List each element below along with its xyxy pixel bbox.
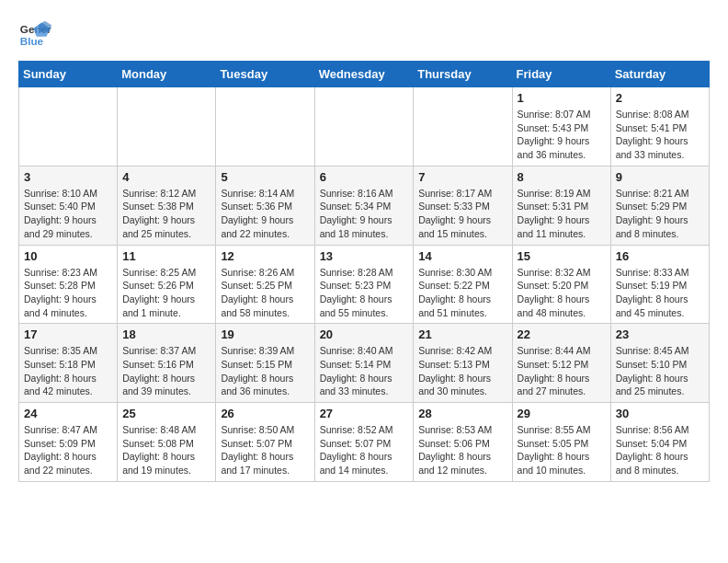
- calendar-cell: 25Sunrise: 8:48 AMSunset: 5:08 PMDayligh…: [118, 403, 216, 482]
- calendar-cell: 2Sunrise: 8:08 AMSunset: 5:41 PMDaylight…: [610, 87, 709, 167]
- calendar-cell: 30Sunrise: 8:56 AMSunset: 5:04 PMDayligh…: [610, 403, 709, 482]
- calendar-header-row: SundayMondayTuesdayWednesdayThursdayFrid…: [19, 62, 710, 87]
- day-number: 7: [418, 170, 506, 184]
- calendar-cell: 14Sunrise: 8:30 AMSunset: 5:22 PMDayligh…: [414, 245, 512, 324]
- calendar-cell: [118, 87, 216, 167]
- day-number: 4: [122, 170, 210, 184]
- day-info: Sunrise: 8:52 AMSunset: 5:07 PMDaylight:…: [320, 423, 409, 477]
- day-number: 3: [24, 170, 112, 184]
- day-number: 24: [24, 407, 112, 420]
- day-info: Sunrise: 8:47 AMSunset: 5:09 PMDaylight:…: [24, 423, 112, 477]
- day-info: Sunrise: 8:21 AMSunset: 5:29 PMDaylight:…: [616, 187, 704, 241]
- day-info: Sunrise: 8:12 AMSunset: 5:38 PMDaylight:…: [122, 187, 210, 241]
- day-number: 11: [122, 249, 210, 263]
- day-number: 1: [518, 91, 606, 105]
- logo: General Blue: [18, 18, 51, 52]
- calendar-cell: 6Sunrise: 8:16 AMSunset: 5:34 PMDaylight…: [314, 166, 414, 245]
- calendar-cell: 28Sunrise: 8:53 AMSunset: 5:06 PMDayligh…: [414, 403, 512, 482]
- calendar-cell: 22Sunrise: 8:44 AMSunset: 5:12 PMDayligh…: [512, 324, 610, 403]
- day-info: Sunrise: 8:10 AMSunset: 5:40 PMDaylight:…: [24, 187, 112, 241]
- day-info: Sunrise: 8:26 AMSunset: 5:25 PMDaylight:…: [221, 266, 309, 320]
- day-number: 20: [320, 327, 409, 341]
- page-header: General Blue: [18, 18, 710, 52]
- day-info: Sunrise: 8:42 AMSunset: 5:13 PMDaylight:…: [418, 344, 506, 398]
- day-info: Sunrise: 8:08 AMSunset: 5:41 PMDaylight:…: [616, 108, 704, 162]
- calendar-cell: 18Sunrise: 8:37 AMSunset: 5:16 PMDayligh…: [118, 324, 216, 403]
- day-number: 15: [518, 249, 606, 263]
- day-header-monday: Monday: [118, 62, 216, 87]
- calendar-cell: 1Sunrise: 8:07 AMSunset: 5:43 PMDaylight…: [512, 87, 610, 167]
- calendar-cell: 3Sunrise: 8:10 AMSunset: 5:40 PMDaylight…: [19, 166, 118, 245]
- calendar-cell: 15Sunrise: 8:32 AMSunset: 5:20 PMDayligh…: [512, 245, 610, 324]
- calendar-cell: 4Sunrise: 8:12 AMSunset: 5:38 PMDaylight…: [118, 166, 216, 245]
- day-info: Sunrise: 8:48 AMSunset: 5:08 PMDaylight:…: [122, 423, 210, 477]
- day-number: 23: [616, 327, 704, 341]
- day-info: Sunrise: 8:07 AMSunset: 5:43 PMDaylight:…: [518, 108, 606, 162]
- calendar-cell: [216, 87, 314, 167]
- day-info: Sunrise: 8:25 AMSunset: 5:26 PMDaylight:…: [122, 266, 210, 320]
- calendar-week-4: 17Sunrise: 8:35 AMSunset: 5:18 PMDayligh…: [19, 324, 710, 403]
- day-info: Sunrise: 8:53 AMSunset: 5:06 PMDaylight:…: [418, 423, 506, 477]
- calendar-cell: 23Sunrise: 8:45 AMSunset: 5:10 PMDayligh…: [610, 324, 709, 403]
- day-info: Sunrise: 8:40 AMSunset: 5:14 PMDaylight:…: [320, 344, 409, 398]
- calendar-cell: 12Sunrise: 8:26 AMSunset: 5:25 PMDayligh…: [216, 245, 314, 324]
- day-number: 16: [616, 249, 704, 263]
- day-info: Sunrise: 8:45 AMSunset: 5:10 PMDaylight:…: [616, 344, 704, 398]
- day-info: Sunrise: 8:23 AMSunset: 5:28 PMDaylight:…: [24, 266, 112, 320]
- day-header-saturday: Saturday: [610, 62, 709, 87]
- day-number: 19: [221, 327, 309, 341]
- calendar-cell: 27Sunrise: 8:52 AMSunset: 5:07 PMDayligh…: [314, 403, 414, 482]
- day-number: 14: [418, 249, 506, 263]
- logo-icon: General Blue: [18, 18, 51, 52]
- day-number: 9: [616, 170, 704, 184]
- day-number: 12: [221, 249, 309, 263]
- day-number: 10: [24, 249, 112, 263]
- calendar-cell: 11Sunrise: 8:25 AMSunset: 5:26 PMDayligh…: [118, 245, 216, 324]
- calendar-cell: 26Sunrise: 8:50 AMSunset: 5:07 PMDayligh…: [216, 403, 314, 482]
- day-info: Sunrise: 8:35 AMSunset: 5:18 PMDaylight:…: [24, 344, 112, 398]
- day-info: Sunrise: 8:19 AMSunset: 5:31 PMDaylight:…: [518, 187, 606, 241]
- day-header-thursday: Thursday: [414, 62, 512, 87]
- day-info: Sunrise: 8:14 AMSunset: 5:36 PMDaylight:…: [221, 187, 309, 241]
- day-number: 28: [418, 407, 506, 420]
- day-number: 26: [221, 407, 309, 420]
- day-number: 29: [518, 407, 606, 420]
- calendar-cell: 10Sunrise: 8:23 AMSunset: 5:28 PMDayligh…: [19, 245, 118, 324]
- calendar-cell: 20Sunrise: 8:40 AMSunset: 5:14 PMDayligh…: [314, 324, 414, 403]
- calendar-cell: 13Sunrise: 8:28 AMSunset: 5:23 PMDayligh…: [314, 245, 414, 324]
- calendar-cell: 7Sunrise: 8:17 AMSunset: 5:33 PMDaylight…: [414, 166, 512, 245]
- day-number: 22: [518, 327, 606, 341]
- calendar-cell: 19Sunrise: 8:39 AMSunset: 5:15 PMDayligh…: [216, 324, 314, 403]
- day-info: Sunrise: 8:30 AMSunset: 5:22 PMDaylight:…: [418, 266, 506, 320]
- day-number: 13: [320, 249, 409, 263]
- day-number: 18: [122, 327, 210, 341]
- calendar-week-3: 10Sunrise: 8:23 AMSunset: 5:28 PMDayligh…: [19, 245, 710, 324]
- calendar-cell: 17Sunrise: 8:35 AMSunset: 5:18 PMDayligh…: [19, 324, 118, 403]
- day-info: Sunrise: 8:16 AMSunset: 5:34 PMDaylight:…: [320, 187, 409, 241]
- day-header-tuesday: Tuesday: [216, 62, 314, 87]
- day-info: Sunrise: 8:55 AMSunset: 5:05 PMDaylight:…: [518, 423, 606, 477]
- day-info: Sunrise: 8:44 AMSunset: 5:12 PMDaylight:…: [518, 344, 606, 398]
- day-header-wednesday: Wednesday: [314, 62, 414, 87]
- day-number: 8: [518, 170, 606, 184]
- calendar-table: SundayMondayTuesdayWednesdayThursdayFrid…: [18, 61, 710, 482]
- day-info: Sunrise: 8:33 AMSunset: 5:19 PMDaylight:…: [616, 266, 704, 320]
- day-header-friday: Friday: [512, 62, 610, 87]
- day-number: 30: [616, 407, 704, 420]
- day-info: Sunrise: 8:39 AMSunset: 5:15 PMDaylight:…: [221, 344, 309, 398]
- calendar-cell: 24Sunrise: 8:47 AMSunset: 5:09 PMDayligh…: [19, 403, 118, 482]
- calendar-cell: 9Sunrise: 8:21 AMSunset: 5:29 PMDaylight…: [610, 166, 709, 245]
- calendar-cell: [314, 87, 414, 167]
- day-info: Sunrise: 8:32 AMSunset: 5:20 PMDaylight:…: [518, 266, 606, 320]
- calendar-body: 1Sunrise: 8:07 AMSunset: 5:43 PMDaylight…: [19, 87, 710, 482]
- calendar-cell: 16Sunrise: 8:33 AMSunset: 5:19 PMDayligh…: [610, 245, 709, 324]
- day-info: Sunrise: 8:50 AMSunset: 5:07 PMDaylight:…: [221, 423, 309, 477]
- calendar-week-5: 24Sunrise: 8:47 AMSunset: 5:09 PMDayligh…: [19, 403, 710, 482]
- day-number: 27: [320, 407, 409, 420]
- day-number: 25: [122, 407, 210, 420]
- day-info: Sunrise: 8:28 AMSunset: 5:23 PMDaylight:…: [320, 266, 409, 320]
- calendar-cell: 5Sunrise: 8:14 AMSunset: 5:36 PMDaylight…: [216, 166, 314, 245]
- calendar-cell: 21Sunrise: 8:42 AMSunset: 5:13 PMDayligh…: [414, 324, 512, 403]
- day-header-sunday: Sunday: [19, 62, 118, 87]
- day-number: 6: [320, 170, 409, 184]
